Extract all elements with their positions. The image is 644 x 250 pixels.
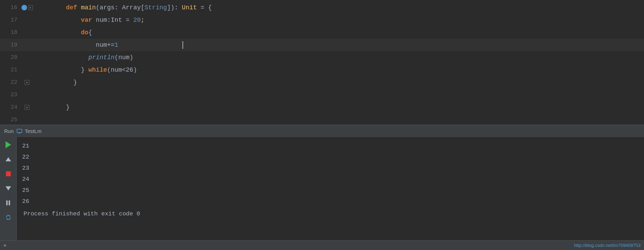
line-number-17: 17: [0, 17, 21, 23]
svg-rect-0: [17, 129, 22, 133]
run-panel-title: TestLm: [25, 128, 42, 134]
output-numbers: 21 22 23 24 25 26: [22, 141, 638, 207]
pause-button[interactable]: [3, 198, 13, 208]
scroll-down-button[interactable]: [3, 184, 13, 193]
run-output-panel: 21 22 23 24 25 26 Process finished with …: [0, 137, 644, 240]
arrow-up-icon: [6, 157, 11, 161]
line-number-23: 23: [0, 92, 21, 98]
code-editor: 16 ▾ def main(args: Array[String]): Unit…: [0, 0, 644, 125]
scroll-up-button[interactable]: [3, 154, 13, 164]
stop-button[interactable]: [3, 169, 13, 179]
run-panel-header: Run TestLm: [0, 125, 644, 137]
line-number-21: 21: [0, 67, 21, 73]
run-toolbar: [0, 137, 17, 240]
arrow-down-icon: [6, 186, 11, 190]
line-number-22: 22: [0, 79, 21, 86]
pause-icon: [6, 200, 10, 205]
play-button[interactable]: [3, 140, 13, 150]
bottom-bar: » http://blog.csdn.net/lm709409753: [0, 240, 644, 250]
output-line-2: 22: [22, 152, 638, 163]
output-line-5: 25: [22, 185, 638, 196]
run-label: Run: [4, 128, 14, 134]
bottom-left: »: [3, 243, 6, 248]
fold-icon-16[interactable]: ▾: [28, 5, 33, 10]
breakpoint-icon-16[interactable]: [21, 5, 27, 10]
output-line-1: 21: [22, 141, 638, 152]
line-number-18: 18: [0, 29, 21, 36]
line-number-16: 16: [0, 5, 21, 11]
rerun-icon: [5, 214, 12, 221]
process-message: Process finished with exit code 0: [22, 211, 638, 217]
svg-rect-1: [18, 133, 20, 133]
code-lines: 16 ▾ def main(args: Array[String]): Unit…: [0, 0, 644, 125]
expand-icon[interactable]: »: [3, 243, 6, 248]
output-content: 21 22 23 24 25 26 Process finished with …: [17, 137, 644, 240]
gutter-24[interactable]: ▾: [21, 105, 33, 110]
code-line-22[interactable]: 22 ▾ }: [0, 76, 644, 89]
fold-icon-24[interactable]: ▾: [25, 105, 29, 110]
url-label: http://blog.csdn.net/lm709409753: [574, 243, 641, 248]
stop-icon: [6, 171, 11, 176]
play-icon: [6, 141, 11, 148]
line-number-24: 24: [0, 104, 21, 110]
output-line-4: 24: [22, 174, 638, 185]
line-number-20: 20: [0, 54, 21, 61]
code-line-25[interactable]: 25: [0, 114, 644, 125]
monitor-icon: [17, 129, 22, 134]
output-line-6: 26: [22, 196, 638, 207]
line-number-19: 19: [0, 42, 21, 48]
code-line-24[interactable]: 24 ▾ }: [0, 101, 644, 114]
line-number-25: 25: [0, 117, 21, 123]
gutter-16[interactable]: ▾: [21, 5, 33, 10]
rerun-button[interactable]: [3, 213, 13, 222]
output-line-3: 23: [22, 163, 638, 174]
fold-icon-22[interactable]: ▾: [25, 80, 29, 85]
gutter-22[interactable]: ▾: [21, 80, 33, 85]
